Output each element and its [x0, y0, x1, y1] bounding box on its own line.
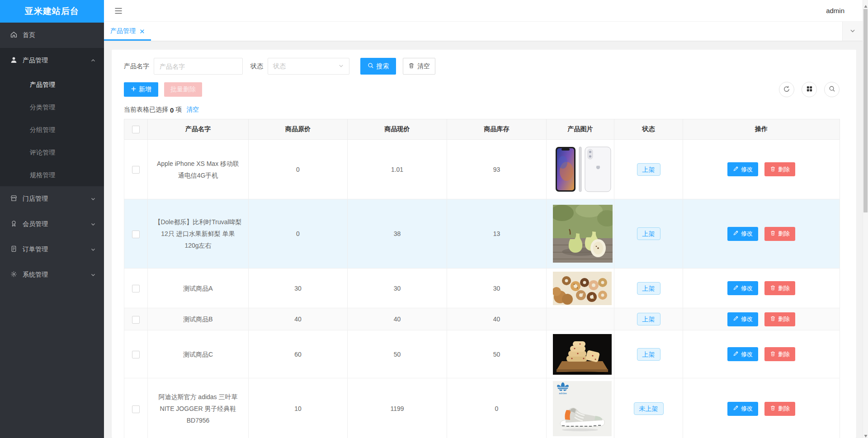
product-table: 产品名字 商品原价 商品现价 商品库存 产品图片 状态 操作 Apple iPh… [124, 119, 840, 438]
cell-price: 1199 [348, 378, 447, 438]
gear-icon [10, 270, 18, 279]
edit-button[interactable]: 修改 [727, 227, 758, 241]
sidebar-subitem-comment-management[interactable]: 评论管理 [0, 141, 104, 164]
col-header-price: 商品现价 [348, 119, 447, 140]
sidebar-item-home[interactable]: 首页 [0, 23, 104, 48]
edit-button[interactable]: 修改 [727, 162, 758, 176]
delete-button[interactable]: 删除 [764, 312, 795, 326]
search-button[interactable]: 搜索 [360, 58, 396, 75]
app-logo: 亚米建站后台 [0, 0, 104, 23]
refresh-button[interactable] [779, 82, 794, 97]
status-badge: 上架 [637, 282, 660, 295]
tab-collapse-button[interactable] [842, 22, 863, 41]
vertical-scrollbar[interactable] [863, 0, 868, 438]
product-name-input[interactable] [154, 58, 243, 75]
edit-button[interactable]: 修改 [727, 312, 758, 326]
refresh-icon [783, 85, 790, 94]
row-checkbox[interactable] [132, 405, 140, 413]
clear-button[interactable]: 清空 [403, 58, 435, 75]
product-image-donuts [553, 272, 612, 305]
select-all-checkbox[interactable] [132, 126, 140, 133]
delete-button-label: 删除 [778, 405, 790, 413]
table-header-row: 产品名字 商品原价 商品现价 商品库存 产品图片 状态 操作 [124, 119, 840, 140]
product-image-iphone [553, 143, 614, 195]
delete-button[interactable]: 删除 [764, 162, 795, 176]
store-icon [10, 194, 18, 203]
cell-price: 50 [348, 330, 447, 378]
table-row: 阿迪达斯官方 adidas 三叶草 NITE JOGGER 男子经典鞋BD795… [124, 378, 840, 438]
search-icon [829, 85, 835, 94]
sidebar-item-store-management[interactable]: 门店管理 [0, 186, 104, 212]
cell-stock: 50 [447, 330, 547, 378]
table-row: 测试商品A 30 30 30 上架 修改 删除 [124, 268, 840, 308]
sidebar-item-product-management[interactable]: 产品管理 [0, 48, 104, 73]
cell-product-name: 【Dole都乐】比利时Truval啤梨12只 进口水果新鲜梨 单果120g左右 [148, 199, 249, 268]
sidebar-subitem-spec-management[interactable]: 规格管理 [0, 164, 104, 186]
status-badge: 未上架 [634, 402, 664, 415]
cell-original-price: 0 [249, 140, 348, 199]
cell-product-name: 测试商品A [148, 268, 249, 308]
cell-price: 30 [348, 268, 447, 308]
sidebar-item-member-management[interactable]: 会员管理 [0, 212, 104, 237]
sidebar-item-order-management[interactable]: 订单管理 [0, 237, 104, 262]
action-row: 新增 批量删除 [124, 82, 840, 97]
sidebar-item-label: 门店管理 [23, 195, 48, 203]
sidebar-item-label: 订单管理 [23, 245, 48, 254]
cell-product-name: Apple iPhone XS Max 移动联通电信4G手机 [148, 140, 249, 199]
scrollbar-thumb[interactable] [863, 9, 868, 212]
sidebar-nav: 首页 产品管理 产品管理 分类管理 分组管理 评论管理 规格管理 门店管理 会员… [0, 23, 104, 287]
search-button-label: 搜索 [377, 62, 389, 71]
delete-button-label: 删除 [778, 230, 790, 238]
cell-stock: 93 [447, 140, 547, 199]
sidebar-subitem-category-management[interactable]: 分类管理 [0, 96, 104, 118]
hamburger-menu-icon[interactable] [114, 7, 123, 16]
row-checkbox[interactable] [132, 285, 140, 292]
user-menu[interactable]: admin [826, 0, 844, 22]
cell-product-name: 测试商品B [148, 308, 249, 330]
sidebar-subitem-product-management[interactable]: 产品管理 [0, 73, 104, 96]
row-checkbox[interactable] [132, 351, 140, 358]
search-icon [368, 62, 374, 70]
row-checkbox[interactable] [132, 231, 140, 238]
tab-product-management[interactable]: 产品管理 [104, 22, 151, 41]
selection-clear-link[interactable]: 清空 [186, 106, 199, 114]
edit-button[interactable]: 修改 [727, 281, 758, 295]
sidebar-item-label: 会员管理 [23, 220, 48, 228]
delete-button[interactable]: 删除 [764, 347, 795, 361]
edit-button[interactable]: 修改 [727, 402, 758, 416]
table-search-button[interactable] [824, 82, 840, 97]
sidebar-subitem-group-management[interactable]: 分组管理 [0, 118, 104, 141]
row-checkbox[interactable] [132, 166, 140, 174]
cell-original-price: 40 [249, 308, 348, 330]
scroll-down-arrow-icon[interactable] [864, 432, 868, 436]
delete-button[interactable]: 删除 [764, 281, 795, 295]
product-card: 产品名字 状态 状态 搜索 清空 新增 批量删除 [112, 50, 856, 438]
edit-button-label: 修改 [741, 165, 753, 174]
delete-button[interactable]: 删除 [764, 227, 795, 241]
delete-button[interactable]: 删除 [764, 402, 795, 416]
edit-button[interactable]: 修改 [727, 347, 758, 361]
trash-icon [408, 62, 415, 70]
sidebar-item-system-management[interactable]: 系统管理 [0, 262, 104, 287]
sidebar-item-label: 首页 [23, 31, 35, 39]
product-image-sneaker: adidas [553, 381, 612, 436]
edit-button-label: 修改 [741, 350, 753, 358]
delete-button-label: 删除 [778, 165, 790, 174]
columns-button[interactable] [802, 82, 817, 97]
cell-product-image-empty [547, 308, 614, 330]
clear-button-label: 清空 [417, 62, 430, 71]
pencil-icon [733, 285, 739, 292]
scroll-up-arrow-icon[interactable] [864, 2, 868, 6]
batch-delete-button[interactable]: 批量删除 [164, 82, 202, 97]
topbar: admin [104, 0, 868, 22]
table-toolbar [779, 82, 840, 97]
edit-button-label: 修改 [741, 230, 753, 238]
close-icon[interactable] [140, 29, 145, 34]
chevron-down-icon [90, 272, 96, 278]
add-button[interactable]: 新增 [124, 82, 158, 97]
row-checkbox[interactable] [132, 316, 140, 324]
cell-original-price: 60 [249, 330, 348, 378]
status-select[interactable]: 状态 [268, 58, 349, 75]
chevron-down-icon [849, 28, 856, 35]
delete-button-label: 删除 [778, 284, 790, 292]
